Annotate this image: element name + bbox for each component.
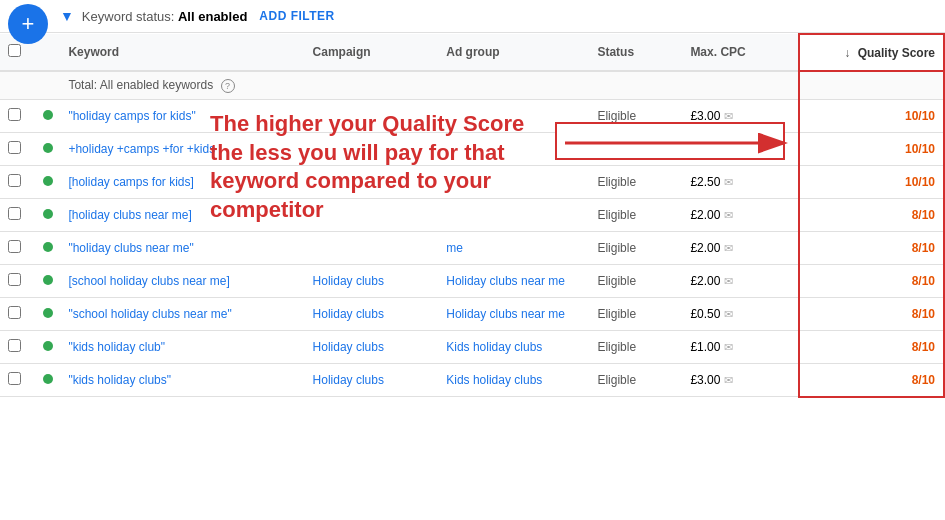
arrow-target-box xyxy=(555,122,785,160)
header-maxcpc[interactable]: Max. CPC xyxy=(682,34,798,71)
filter-bar: ▼ Keyword status: All enabled ADD FILTER xyxy=(0,0,945,33)
add-filter-button[interactable]: ADD FILTER xyxy=(259,9,334,23)
filter-status-text: Keyword status: All enabled xyxy=(82,9,247,24)
row-status: Eligible xyxy=(589,298,682,331)
row-status-dot xyxy=(35,133,61,166)
row-checkbox[interactable] xyxy=(0,232,35,265)
row-campaign[interactable]: Holiday clubs xyxy=(305,265,439,298)
row-status-dot xyxy=(35,100,61,133)
table-row: "school holiday clubs near me" Holiday c… xyxy=(0,298,944,331)
table-row: "holiday clubs near me" me Eligible £2.0… xyxy=(0,232,944,265)
edit-cpc-icon[interactable]: ✉ xyxy=(724,275,733,288)
row-campaign[interactable]: Holiday clubs xyxy=(305,364,439,397)
row-status-dot xyxy=(35,199,61,232)
row-keyword[interactable]: "kids holiday clubs" xyxy=(60,364,304,397)
row-campaign xyxy=(305,232,439,265)
row-adgroup[interactable]: Holiday clubs near me xyxy=(438,265,589,298)
row-checkbox[interactable] xyxy=(0,133,35,166)
row-keyword[interactable]: [school holiday clubs near me] xyxy=(60,265,304,298)
row-campaign xyxy=(305,100,439,133)
row-checkbox[interactable] xyxy=(0,199,35,232)
table-row: [holiday camps for kids] Eligible £2.50✉… xyxy=(0,166,944,199)
row-cpc[interactable]: £2.00✉ xyxy=(682,232,798,265)
filter-icon: ▼ xyxy=(60,8,74,24)
row-checkbox[interactable] xyxy=(0,331,35,364)
row-cpc[interactable]: £2.50✉ xyxy=(682,166,798,199)
header-campaign[interactable]: Campaign xyxy=(305,34,439,71)
edit-cpc-icon[interactable]: ✉ xyxy=(724,308,733,321)
row-keyword[interactable]: +holiday +camps +for +kids xyxy=(60,133,304,166)
row-keyword[interactable]: [holiday clubs near me] xyxy=(60,199,304,232)
row-keyword[interactable]: "kids holiday club" xyxy=(60,331,304,364)
table-row: "kids holiday clubs" Holiday clubs Kids … xyxy=(0,364,944,397)
row-checkbox[interactable] xyxy=(0,298,35,331)
row-cpc[interactable]: £0.50✉ xyxy=(682,298,798,331)
row-cpc[interactable]: £2.00✉ xyxy=(682,265,798,298)
row-campaign xyxy=(305,133,439,166)
plus-icon: + xyxy=(22,11,35,37)
row-keyword[interactable]: "holiday clubs near me" xyxy=(60,232,304,265)
row-adgroup[interactable]: Kids holiday clubs xyxy=(438,331,589,364)
row-adgroup[interactable]: Kids holiday clubs xyxy=(438,364,589,397)
row-quality: 10/10 xyxy=(799,133,944,166)
edit-cpc-icon[interactable]: ✉ xyxy=(724,176,733,189)
row-adgroup xyxy=(438,199,589,232)
row-keyword[interactable]: [holiday camps for kids] xyxy=(60,166,304,199)
row-status: Eligible xyxy=(589,199,682,232)
keywords-table: Keyword Campaign Ad group Status Max. CP… xyxy=(0,33,945,398)
row-checkbox[interactable] xyxy=(0,265,35,298)
row-checkbox[interactable] xyxy=(0,100,35,133)
row-quality: 10/10 xyxy=(799,100,944,133)
row-status-dot xyxy=(35,331,61,364)
row-cpc[interactable]: £1.00✉ xyxy=(682,331,798,364)
row-status: Eligible xyxy=(589,166,682,199)
row-cpc[interactable]: £3.00✉ xyxy=(682,364,798,397)
row-quality: 8/10 xyxy=(799,298,944,331)
row-adgroup xyxy=(438,166,589,199)
row-campaign[interactable]: Holiday clubs xyxy=(305,298,439,331)
add-fab-button[interactable]: + xyxy=(8,4,48,44)
row-quality: 8/10 xyxy=(799,199,944,232)
edit-cpc-icon[interactable]: ✉ xyxy=(724,341,733,354)
total-label: Total: All enabled keywords xyxy=(68,78,213,92)
row-status-dot xyxy=(35,364,61,397)
table-row: [school holiday clubs near me] Holiday c… xyxy=(0,265,944,298)
row-campaign xyxy=(305,166,439,199)
edit-cpc-icon[interactable]: ✉ xyxy=(724,242,733,255)
row-adgroup[interactable]: Holiday clubs near me xyxy=(438,298,589,331)
header-keyword[interactable]: Keyword xyxy=(60,34,304,71)
edit-cpc-icon[interactable]: ✉ xyxy=(724,110,733,123)
row-campaign[interactable]: Holiday clubs xyxy=(305,331,439,364)
select-all-checkbox[interactable] xyxy=(8,44,21,57)
row-status: Eligible xyxy=(589,232,682,265)
filter-status-value: All enabled xyxy=(178,9,247,24)
table-row: +holiday +camps +for +kids Eligible £3.0… xyxy=(0,133,944,166)
row-checkbox[interactable] xyxy=(0,166,35,199)
row-campaign xyxy=(305,199,439,232)
row-status: Eligible xyxy=(589,265,682,298)
row-quality: 8/10 xyxy=(799,364,944,397)
row-status-dot xyxy=(35,265,61,298)
table-header-row: Keyword Campaign Ad group Status Max. CP… xyxy=(0,34,944,71)
table-row: [holiday clubs near me] Eligible £2.00✉ … xyxy=(0,199,944,232)
table-row: "holiday camps for kids" Eligible £3.00✉… xyxy=(0,100,944,133)
row-status: Eligible xyxy=(589,364,682,397)
help-icon[interactable]: ? xyxy=(221,79,235,93)
header-quality-score[interactable]: ↓ Quality Score xyxy=(799,34,944,71)
sort-down-icon: ↓ xyxy=(844,46,850,60)
row-keyword[interactable]: "school holiday clubs near me" xyxy=(60,298,304,331)
row-quality: 8/10 xyxy=(799,232,944,265)
row-status-dot xyxy=(35,298,61,331)
row-checkbox[interactable] xyxy=(0,364,35,397)
row-quality: 8/10 xyxy=(799,265,944,298)
edit-cpc-icon[interactable]: ✉ xyxy=(724,209,733,222)
edit-cpc-icon[interactable]: ✉ xyxy=(724,374,733,387)
header-status[interactable]: Status xyxy=(589,34,682,71)
row-status-dot xyxy=(35,166,61,199)
row-adgroup: me xyxy=(438,232,589,265)
header-adgroup[interactable]: Ad group xyxy=(438,34,589,71)
row-keyword[interactable]: "holiday camps for kids" xyxy=(60,100,304,133)
row-status-dot xyxy=(35,232,61,265)
row-cpc[interactable]: £2.00✉ xyxy=(682,199,798,232)
total-row: Total: All enabled keywords ? xyxy=(0,71,944,100)
